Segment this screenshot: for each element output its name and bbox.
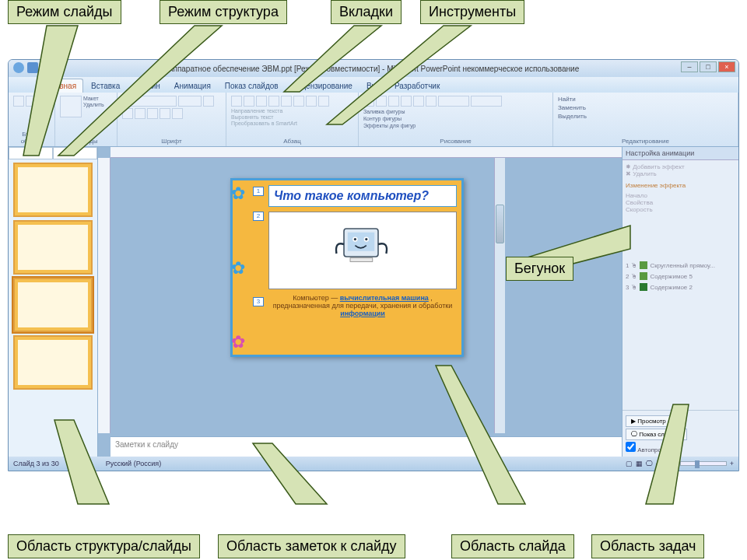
preview-button[interactable]: ▶ Просмотр xyxy=(626,415,672,427)
save-icon[interactable] xyxy=(27,62,38,73)
shadow-icon[interactable] xyxy=(160,108,170,119)
copy-icon[interactable] xyxy=(38,96,49,107)
align-center-icon[interactable] xyxy=(293,96,304,107)
anim-item-2[interactable]: 2🖱Содержимое 5 xyxy=(626,271,735,282)
callout-task-area: Область задач xyxy=(591,534,704,558)
ribbon-group-clipboard: Буфер обмена xyxy=(9,93,55,146)
ruler-horizontal xyxy=(110,147,622,158)
slide-image[interactable] xyxy=(268,212,457,289)
align-left-icon[interactable] xyxy=(281,96,292,107)
slides-tab[interactable]: □ xyxy=(9,147,53,159)
shape-arrow-icon[interactable] xyxy=(401,96,412,107)
font-family-selector[interactable] xyxy=(122,96,177,107)
cut-icon[interactable] xyxy=(26,96,37,107)
remove-effect-button[interactable]: ✖ Удалить xyxy=(626,170,735,177)
zoom-controls[interactable]: ▢ ▦ 🖵 45% –+ xyxy=(626,460,734,467)
strike-icon[interactable] xyxy=(147,108,158,119)
arrange-button[interactable] xyxy=(438,96,469,107)
slide-thumb-2[interactable] xyxy=(13,220,93,275)
shape-oval-icon[interactable] xyxy=(376,96,387,107)
ruler-vertical xyxy=(98,158,110,433)
autopreview-checkbox[interactable]: Автопросмотр xyxy=(626,442,735,453)
italic-icon[interactable] xyxy=(122,108,133,119)
callout-outline-slides-area: Область структура/слайды xyxy=(8,534,200,558)
slide-thumb-3[interactable] xyxy=(13,278,93,332)
close-button[interactable]: × xyxy=(718,61,735,72)
slide-body-text[interactable]: Компьютер — вычислительная машина , пред… xyxy=(268,294,457,317)
slide-canvas-area: 1 2 3 Что такое компьютер? xyxy=(98,147,622,457)
slideshow-button[interactable]: 🖵 Показ слайдов xyxy=(626,429,687,440)
outline-tab[interactable]: ≡ xyxy=(53,147,97,159)
quick-styles-button[interactable] xyxy=(471,96,502,107)
shape-effects-button[interactable]: Эффекты для фигур xyxy=(363,122,416,129)
shape-rect-icon[interactable] xyxy=(363,96,374,107)
select-button[interactable]: Выделить xyxy=(558,113,733,120)
status-theme: 1155 xyxy=(75,460,90,467)
text-direction-button[interactable]: Направление текста xyxy=(231,108,297,114)
shape-fill-button[interactable]: Заливка фигуры xyxy=(363,108,416,115)
notes-pane[interactable]: Заметки к слайду xyxy=(110,436,622,457)
align-text-button[interactable]: Выровнять текст xyxy=(231,114,297,121)
add-effect-button[interactable]: ✸ Добавить эффект xyxy=(626,163,735,170)
convert-smartart-button[interactable]: Преобразовать в SmartArt xyxy=(231,121,297,127)
shape-outline-button[interactable]: Контур фигуры xyxy=(363,115,416,122)
zoom-slider[interactable] xyxy=(680,461,727,466)
tab-developer[interactable]: Разработчик xyxy=(388,79,446,93)
tab-view[interactable]: Вид xyxy=(360,79,387,93)
tab-animation[interactable]: Анимация xyxy=(168,79,217,93)
shape-line-icon[interactable] xyxy=(388,96,399,107)
align-right-icon[interactable] xyxy=(306,96,317,107)
undo-icon[interactable] xyxy=(41,62,52,73)
statusbar: Слайд 3 из 30 1155 Русский (Россия) ▢ ▦ … xyxy=(9,457,738,471)
justify-icon[interactable] xyxy=(318,96,329,107)
slide-thumb-4[interactable] xyxy=(13,335,93,390)
vertical-scrollbar[interactable] xyxy=(494,158,505,433)
anim-item-1[interactable]: 1🖱Скругленный прямоу... xyxy=(626,260,735,271)
slide-text-prefix: Компьютер — xyxy=(293,294,340,302)
quick-access-toolbar[interactable] xyxy=(13,62,52,73)
paste-icon[interactable] xyxy=(13,96,24,107)
office-button-icon[interactable] xyxy=(13,62,24,73)
view-normal-icon[interactable]: ▢ xyxy=(626,460,633,467)
find-button[interactable]: Найти xyxy=(558,96,733,103)
shape-more-icon[interactable] xyxy=(426,96,437,107)
callout-outline-mode: Режим структура xyxy=(160,0,287,24)
tab-home[interactable]: Главная xyxy=(40,79,83,93)
font-size-selector[interactable] xyxy=(178,96,202,107)
layout-button[interactable]: Макет xyxy=(83,96,104,102)
tab-slideshow[interactable]: Показ слайдов xyxy=(219,79,285,93)
tab-design[interactable]: Дизайн xyxy=(128,79,167,93)
animation-list[interactable]: 1🖱Скругленный прямоу... 2🖱Содержимое 5 3… xyxy=(626,260,735,292)
bold-icon[interactable] xyxy=(203,96,214,107)
ribbon-group-font: Шрифт xyxy=(117,93,226,146)
task-pane[interactable]: Настройка анимации ✸ Добавить эффект ✖ У… xyxy=(622,147,738,457)
ribbon-tabs: Главная Вставка Дизайн Анимация Показ сл… xyxy=(9,77,738,93)
tab-insert[interactable]: Вставка xyxy=(85,79,126,93)
view-slideshow-icon[interactable]: 🖵 xyxy=(646,460,653,467)
font-color-icon[interactable] xyxy=(172,108,183,119)
current-slide[interactable]: 1 2 3 Что такое компьютер? xyxy=(230,178,464,357)
new-slide-icon[interactable] xyxy=(60,96,82,117)
underline-icon[interactable] xyxy=(135,108,146,119)
slide-title[interactable]: Что такое компьютер? xyxy=(268,185,457,207)
start-label: Начало xyxy=(626,192,735,199)
bullets-icon[interactable] xyxy=(231,96,242,107)
replace-button[interactable]: Заменить xyxy=(558,104,733,111)
maximize-button[interactable]: □ xyxy=(700,61,717,72)
ribbon-label-clipboard: Буфер обмена xyxy=(13,131,50,145)
minimize-button[interactable]: – xyxy=(681,61,698,72)
tab-review[interactable]: Рецензирование xyxy=(286,79,359,93)
view-sorter-icon[interactable]: ▦ xyxy=(636,460,643,467)
anim-item-3[interactable]: 3🖱Содержимое 2 xyxy=(626,282,735,292)
zoom-value: 45% xyxy=(656,460,670,467)
reset-button[interactable]: Удалить xyxy=(83,102,104,108)
scrollbar-thumb[interactable] xyxy=(496,205,504,243)
indent-inc-icon[interactable] xyxy=(268,96,279,107)
status-language: Русский (Россия) xyxy=(106,460,161,467)
slide-thumb-1[interactable] xyxy=(13,163,93,217)
indent-dec-icon[interactable] xyxy=(256,96,267,107)
shape-star-icon[interactable] xyxy=(413,96,424,107)
taskpane-title: Настройка анимации xyxy=(622,147,738,160)
slides-outline-panel[interactable]: □ ≡ xyxy=(9,147,98,457)
numbering-icon[interactable] xyxy=(244,96,254,107)
